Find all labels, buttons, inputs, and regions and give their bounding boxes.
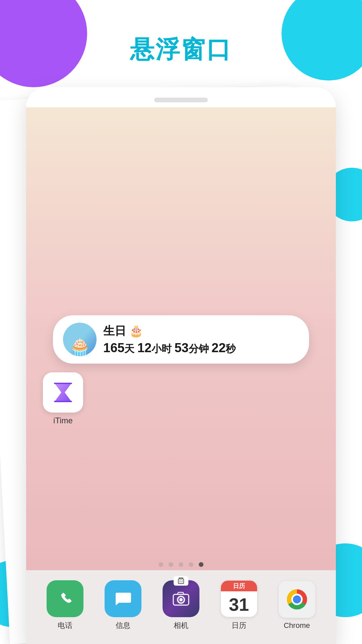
widget-event-name: 生日 🎂 [103,323,299,339]
page-title: 悬浮窗口 [0,34,362,66]
calendar-icon: 日历 31 [221,580,257,617]
svg-point-16 [293,595,301,603]
chrome-label: Chrome [284,621,310,630]
dock-item-calendar[interactable]: 日历 31 日历 [221,580,257,631]
dot-4 [189,562,193,567]
dot-3 [179,562,183,567]
chrome-svg [284,586,310,613]
dock-item-camera[interactable]: 相机 [163,580,199,631]
notch-pill [154,98,208,102]
phone-screen: 🧁 生日 🎂 165天 12小时 53分钟 22秒 [26,107,336,644]
dock-bar: 电话 信息 [26,570,336,644]
dock-item-phone[interactable]: 电话 [47,580,83,631]
trash-icon [177,577,185,585]
itime-app-icon[interactable]: iTime [43,372,83,425]
widget-content: 生日 🎂 165天 12小时 53分钟 22秒 [103,323,299,356]
dot-1 [159,562,163,567]
camera-icon [163,580,199,617]
widget-avatar: 🧁 [63,323,97,356]
widget-countdown: 165天 12小时 53分钟 22秒 [103,341,299,356]
dot-5-active [199,562,203,567]
messages-label: 信息 [116,621,130,631]
minutes-number: 53 [174,341,188,355]
phone-icon [47,580,83,617]
camera-delete-badge [174,576,188,586]
calendar-label: 日历 [232,621,246,631]
floating-widget[interactable]: 🧁 生日 🎂 165天 12小时 53分钟 22秒 [53,315,309,364]
dock-item-messages[interactable]: 信息 [105,580,141,631]
page-dots [26,562,336,567]
messages-icon [105,580,141,617]
calendar-month: 日历 [233,582,245,590]
calendar-day: 31 [229,594,249,615]
days-number: 165 [103,341,124,355]
camera-svg [171,589,191,608]
calendar-date: 31 [221,591,257,617]
avatar-background: 🧁 [63,323,97,356]
phone-svg [56,590,74,608]
messages-svg [113,589,133,609]
dock-item-chrome[interactable]: Chrome [279,581,315,630]
phone-label: 电话 [58,621,72,631]
phone-mockup: 🧁 生日 🎂 165天 12小时 53分钟 22秒 [26,87,336,644]
svg-rect-3 [178,579,184,584]
camera-label: 相机 [174,621,188,631]
hourglass-icon [51,381,75,404]
chrome-icon [279,581,315,618]
itime-icon-box [43,372,83,413]
dot-2 [169,562,173,567]
itime-label: iTime [53,416,73,425]
phone-notch [26,87,336,107]
svg-marker-0 [55,383,71,401]
svg-point-11 [179,598,183,601]
calendar-header: 日历 [221,581,257,591]
seconds-number: 22 [212,341,226,355]
hours-number: 12 [137,341,152,355]
cupcake-emoji: 🧁 [69,339,91,356]
